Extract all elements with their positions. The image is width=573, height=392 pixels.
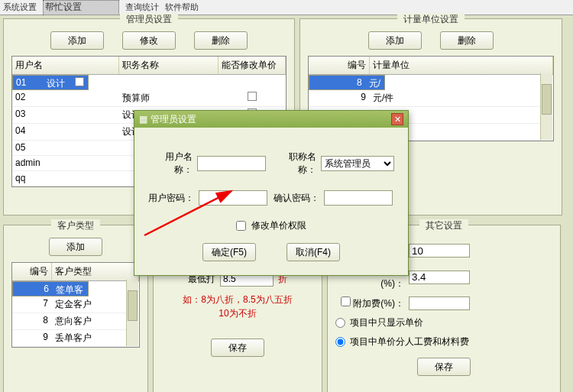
table-row[interactable]: 02预算师 xyxy=(12,90,286,107)
delete-button[interactable]: 删除 xyxy=(194,31,248,50)
user-input[interactable] xyxy=(197,156,266,171)
admin-dialog: ▦ 管理员设置 ✕ 用户名称： 职称名称： 系统管理员 用户密码： 确认密码： … xyxy=(134,110,409,276)
add-button[interactable]: 添加 xyxy=(50,31,104,50)
edit-price-label: 修改单价权限 xyxy=(251,220,306,231)
col-type: 客户类型 xyxy=(52,263,139,280)
table-row[interactable]: 8元/平方米 xyxy=(309,75,385,90)
cancel-button[interactable]: 取消(F4) xyxy=(286,243,340,261)
table-row[interactable]: 9元/件 xyxy=(309,90,553,107)
dialog-titlebar[interactable]: ▦ 管理员设置 ✕ xyxy=(134,111,408,128)
table-row[interactable]: 8意向客户 xyxy=(12,313,139,330)
menu-item[interactable]: 系统设置 xyxy=(3,2,37,13)
user-label: 用户名称： xyxy=(148,151,193,177)
scrollbar[interactable] xyxy=(540,73,552,140)
col-id: 编号 xyxy=(309,57,370,74)
opt-price-split-label: 项目中单价分人工费和材料费 xyxy=(350,335,469,348)
pwd2-input[interactable] xyxy=(324,190,393,206)
menu-item[interactable]: 查询统计 xyxy=(125,2,159,13)
col-role: 职务名称 xyxy=(119,57,219,74)
close-icon[interactable]: ✕ xyxy=(391,113,403,125)
mgmt-rate-input[interactable] xyxy=(409,244,470,258)
menu-item[interactable]: 帮忙设置 xyxy=(43,0,119,15)
panel-title: 其它设置 xyxy=(419,219,468,232)
window-icon: ▦ xyxy=(139,114,147,125)
opt-price-only-radio[interactable] xyxy=(335,318,345,328)
panel-title: 管理员设置 xyxy=(120,13,178,26)
extra-rate-input[interactable] xyxy=(409,296,470,310)
discount-hint: 如：8为八折，8.5为八五折 10为不折 xyxy=(161,293,314,320)
opt-price-only-label: 项目中只显示单价 xyxy=(350,316,423,329)
col-canedit: 能否修改单价 xyxy=(219,57,286,74)
table-row[interactable]: 7定金客户 xyxy=(12,296,139,313)
edit-price-checkbox[interactable] xyxy=(236,221,246,231)
panel-customer: 客户类型 添加 编号 客户类型 6签单客户7定金客户8意向客户9丢单客户 xyxy=(3,225,148,392)
ok-button[interactable]: 确定(F5) xyxy=(202,243,256,261)
col-unit: 计量单位 xyxy=(370,57,553,74)
extra-checkbox[interactable] xyxy=(341,296,351,306)
table-row[interactable]: 6签单客户 xyxy=(12,281,89,296)
add-button[interactable]: 添加 xyxy=(49,238,102,256)
panel-title: 客户类型 xyxy=(51,219,100,232)
menubar: 系统设置 帮忙设置 查询统计 软件帮助 xyxy=(0,0,573,15)
panel-title: 计量单位设置 xyxy=(397,13,465,26)
edit-button[interactable]: 修改 xyxy=(122,31,176,50)
delete-button[interactable]: 删除 xyxy=(440,31,494,50)
table-row[interactable]: 9丢单客户 xyxy=(12,330,139,347)
pwd2-label: 确认密码： xyxy=(272,192,319,205)
save-button[interactable]: 保存 xyxy=(211,339,264,357)
tax-rate-input[interactable] xyxy=(409,271,470,284)
pwd-input[interactable] xyxy=(199,190,267,206)
opt-price-split-radio[interactable] xyxy=(335,337,345,347)
add-button[interactable]: 添加 xyxy=(368,31,422,50)
role-select[interactable]: 系统管理员 xyxy=(321,156,394,171)
pwd-label: 用户密码： xyxy=(148,192,194,205)
role-label: 职称名称： xyxy=(270,151,316,177)
dialog-title: 管理员设置 xyxy=(151,113,196,126)
menu-item[interactable]: 软件帮助 xyxy=(165,2,199,13)
save-button[interactable]: 保存 xyxy=(417,358,471,376)
table-row[interactable]: 01设计师 xyxy=(12,75,89,90)
col-user: 用户名 xyxy=(12,57,119,74)
cust-grid[interactable]: 编号 客户类型 6签单客户7定金客户8意向客户9丢单客户 xyxy=(11,262,140,348)
col-id: 编号 xyxy=(12,263,52,280)
scrollbar[interactable] xyxy=(126,280,138,346)
